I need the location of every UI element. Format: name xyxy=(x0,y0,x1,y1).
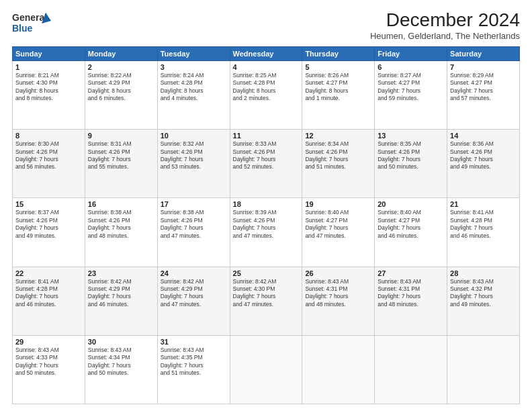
day-number: 19 xyxy=(305,200,371,208)
cell-info: Sunrise: 8:21 AM Sunset: 4:30 PM Dayligh… xyxy=(15,72,82,103)
calendar-cell: 5Sunrise: 8:26 AM Sunset: 4:27 PM Daylig… xyxy=(302,60,375,129)
col-thursday: Thursday xyxy=(302,46,375,60)
day-number: 17 xyxy=(161,200,227,208)
calendar-body: 1Sunrise: 8:21 AM Sunset: 4:30 PM Daylig… xyxy=(13,60,520,404)
cell-info: Sunrise: 8:27 AM Sunset: 4:27 PM Dayligh… xyxy=(378,72,444,103)
cell-info: Sunrise: 8:36 AM Sunset: 4:26 PM Dayligh… xyxy=(450,140,517,171)
calendar-cell: 6Sunrise: 8:27 AM Sunset: 4:27 PM Daylig… xyxy=(375,60,447,129)
day-number: 27 xyxy=(378,269,444,277)
calendar-cell: 27Sunrise: 8:43 AM Sunset: 4:31 PM Dayli… xyxy=(375,267,447,335)
calendar-row-1: 1Sunrise: 8:21 AM Sunset: 4:30 PM Daylig… xyxy=(13,60,520,129)
cell-info: Sunrise: 8:43 AM Sunset: 4:31 PM Dayligh… xyxy=(305,278,371,309)
col-wednesday: Wednesday xyxy=(230,46,302,60)
col-friday: Friday xyxy=(375,46,447,60)
calendar-cell: 29Sunrise: 8:43 AM Sunset: 4:33 PM Dayli… xyxy=(13,335,85,404)
day-number: 11 xyxy=(233,132,300,140)
cell-info: Sunrise: 8:40 AM Sunset: 4:27 PM Dayligh… xyxy=(305,209,371,240)
day-number: 21 xyxy=(450,200,517,208)
header: GeneralBlue December 2024 Heumen, Gelder… xyxy=(12,10,520,41)
main-title: December 2024 xyxy=(370,10,520,31)
cell-info: Sunrise: 8:33 AM Sunset: 4:26 PM Dayligh… xyxy=(233,140,300,171)
svg-text:General: General xyxy=(12,12,47,23)
calendar-cell: 28Sunrise: 8:43 AM Sunset: 4:32 PM Dayli… xyxy=(447,267,520,335)
calendar-cell xyxy=(302,335,375,404)
cell-info: Sunrise: 8:26 AM Sunset: 4:27 PM Dayligh… xyxy=(305,72,371,103)
day-number: 14 xyxy=(450,132,517,140)
day-number: 6 xyxy=(378,63,444,71)
cell-info: Sunrise: 8:38 AM Sunset: 4:26 PM Dayligh… xyxy=(161,209,227,240)
day-number: 24 xyxy=(161,269,227,277)
calendar-cell: 22Sunrise: 8:41 AM Sunset: 4:28 PM Dayli… xyxy=(13,267,85,335)
calendar-cell xyxy=(230,335,302,404)
cell-info: Sunrise: 8:43 AM Sunset: 4:32 PM Dayligh… xyxy=(450,278,517,309)
col-saturday: Saturday xyxy=(447,46,520,60)
logo: GeneralBlue xyxy=(12,10,52,36)
cell-info: Sunrise: 8:29 AM Sunset: 4:27 PM Dayligh… xyxy=(450,72,517,103)
logo-svg: GeneralBlue xyxy=(12,10,52,36)
day-number: 7 xyxy=(450,63,517,71)
cell-info: Sunrise: 8:30 AM Sunset: 4:26 PM Dayligh… xyxy=(15,140,82,171)
calendar-cell: 15Sunrise: 8:37 AM Sunset: 4:26 PM Dayli… xyxy=(13,198,85,267)
day-number: 26 xyxy=(305,269,371,277)
day-number: 28 xyxy=(450,269,517,277)
cell-info: Sunrise: 8:34 AM Sunset: 4:26 PM Dayligh… xyxy=(305,140,371,171)
page: GeneralBlue December 2024 Heumen, Gelder… xyxy=(0,0,532,411)
calendar-cell: 16Sunrise: 8:38 AM Sunset: 4:26 PM Dayli… xyxy=(85,198,157,267)
calendar-row-2: 8Sunrise: 8:30 AM Sunset: 4:26 PM Daylig… xyxy=(13,130,520,198)
calendar-cell: 1Sunrise: 8:21 AM Sunset: 4:30 PM Daylig… xyxy=(13,60,85,129)
calendar-cell: 26Sunrise: 8:43 AM Sunset: 4:31 PM Dayli… xyxy=(302,267,375,335)
day-number: 22 xyxy=(15,269,82,277)
calendar-cell: 3Sunrise: 8:24 AM Sunset: 4:28 PM Daylig… xyxy=(157,60,230,129)
cell-info: Sunrise: 8:25 AM Sunset: 4:28 PM Dayligh… xyxy=(233,72,300,103)
calendar-cell: 21Sunrise: 8:41 AM Sunset: 4:28 PM Dayli… xyxy=(447,198,520,267)
calendar-cell: 8Sunrise: 8:30 AM Sunset: 4:26 PM Daylig… xyxy=(13,130,85,198)
day-number: 18 xyxy=(233,200,300,208)
cell-info: Sunrise: 8:38 AM Sunset: 4:26 PM Dayligh… xyxy=(88,209,154,240)
col-tuesday: Tuesday xyxy=(157,46,230,60)
cell-info: Sunrise: 8:41 AM Sunset: 4:28 PM Dayligh… xyxy=(450,209,517,240)
calendar-cell: 13Sunrise: 8:35 AM Sunset: 4:26 PM Dayli… xyxy=(375,130,447,198)
calendar-cell xyxy=(447,335,520,404)
calendar-cell: 11Sunrise: 8:33 AM Sunset: 4:26 PM Dayli… xyxy=(230,130,302,198)
day-number: 1 xyxy=(15,63,82,71)
day-number: 5 xyxy=(305,63,371,71)
calendar-table: Sunday Monday Tuesday Wednesday Thursday… xyxy=(12,46,520,404)
cell-info: Sunrise: 8:40 AM Sunset: 4:27 PM Dayligh… xyxy=(378,209,444,240)
subtitle: Heumen, Gelderland, The Netherlands xyxy=(370,31,520,41)
calendar-cell: 25Sunrise: 8:42 AM Sunset: 4:30 PM Dayli… xyxy=(230,267,302,335)
day-number: 20 xyxy=(378,200,444,208)
day-number: 25 xyxy=(233,269,300,277)
calendar-cell: 7Sunrise: 8:29 AM Sunset: 4:27 PM Daylig… xyxy=(447,60,520,129)
calendar-row-3: 15Sunrise: 8:37 AM Sunset: 4:26 PM Dayli… xyxy=(13,198,520,267)
cell-info: Sunrise: 8:43 AM Sunset: 4:35 PM Dayligh… xyxy=(161,347,227,377)
day-number: 29 xyxy=(15,338,82,346)
day-number: 30 xyxy=(88,338,154,346)
calendar-cell: 30Sunrise: 8:43 AM Sunset: 4:34 PM Dayli… xyxy=(85,335,157,404)
day-number: 2 xyxy=(88,63,154,71)
cell-info: Sunrise: 8:41 AM Sunset: 4:28 PM Dayligh… xyxy=(15,278,82,309)
cell-info: Sunrise: 8:31 AM Sunset: 4:26 PM Dayligh… xyxy=(88,140,154,171)
calendar-cell: 20Sunrise: 8:40 AM Sunset: 4:27 PM Dayli… xyxy=(375,198,447,267)
calendar-row-5: 29Sunrise: 8:43 AM Sunset: 4:33 PM Dayli… xyxy=(13,335,520,404)
calendar-cell: 10Sunrise: 8:32 AM Sunset: 4:26 PM Dayli… xyxy=(157,130,230,198)
day-number: 8 xyxy=(15,132,82,140)
calendar-row-4: 22Sunrise: 8:41 AM Sunset: 4:28 PM Dayli… xyxy=(13,267,520,335)
cell-info: Sunrise: 8:37 AM Sunset: 4:26 PM Dayligh… xyxy=(15,209,82,240)
calendar-cell: 24Sunrise: 8:42 AM Sunset: 4:29 PM Dayli… xyxy=(157,267,230,335)
day-number: 23 xyxy=(88,269,154,277)
svg-text:Blue: Blue xyxy=(12,23,33,34)
cell-info: Sunrise: 8:32 AM Sunset: 4:26 PM Dayligh… xyxy=(161,140,227,171)
day-number: 13 xyxy=(378,132,444,140)
cell-info: Sunrise: 8:42 AM Sunset: 4:29 PM Dayligh… xyxy=(161,278,227,309)
cell-info: Sunrise: 8:42 AM Sunset: 4:30 PM Dayligh… xyxy=(233,278,300,309)
cell-info: Sunrise: 8:43 AM Sunset: 4:31 PM Dayligh… xyxy=(378,278,444,309)
day-number: 16 xyxy=(88,200,154,208)
calendar-cell: 9Sunrise: 8:31 AM Sunset: 4:26 PM Daylig… xyxy=(85,130,157,198)
calendar-cell: 4Sunrise: 8:25 AM Sunset: 4:28 PM Daylig… xyxy=(230,60,302,129)
calendar-cell: 23Sunrise: 8:42 AM Sunset: 4:29 PM Dayli… xyxy=(85,267,157,335)
calendar-cell: 31Sunrise: 8:43 AM Sunset: 4:35 PM Dayli… xyxy=(157,335,230,404)
cell-info: Sunrise: 8:43 AM Sunset: 4:34 PM Dayligh… xyxy=(88,347,154,377)
calendar-cell: 14Sunrise: 8:36 AM Sunset: 4:26 PM Dayli… xyxy=(447,130,520,198)
col-monday: Monday xyxy=(85,46,157,60)
day-number: 3 xyxy=(161,63,227,71)
